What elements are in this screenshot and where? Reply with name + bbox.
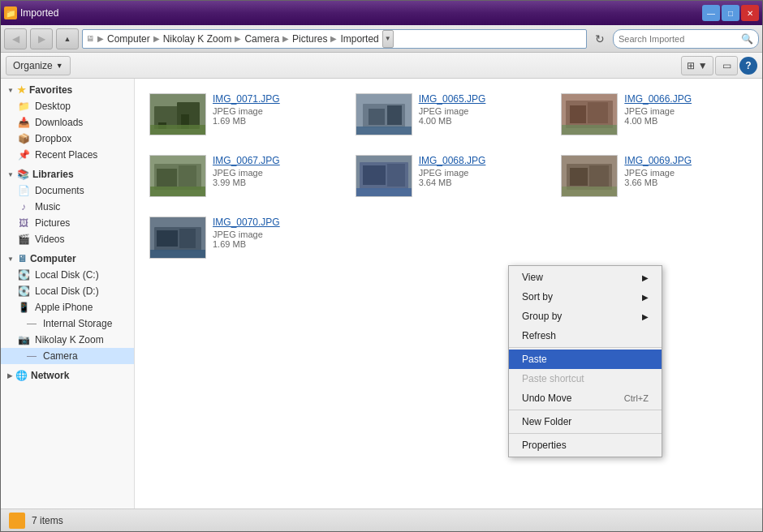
ctx-undo-move-shortcut: Ctrl+Z	[624, 393, 649, 403]
libraries-header[interactable]: ▼ 📚 Libraries	[1, 166, 134, 182]
organize-button[interactable]: Organize ▼	[6, 56, 71, 75]
thumb-img-6	[562, 156, 617, 196]
network-icon: 🌐	[15, 370, 28, 381]
file-name[interactable]: IMG_0066.JPG	[624, 93, 748, 105]
file-size: 3.99 MB	[213, 178, 336, 187]
list-item[interactable]: IMG_0067.JPG JPEG image 3.99 MB	[144, 150, 341, 202]
ctx-undo-move-label: Undo Move	[522, 393, 571, 404]
list-item[interactable]: IMG_0065.JPG JPEG image 4.00 MB	[351, 88, 547, 140]
list-item[interactable]: IMG_0070.JPG JPEG image 1.69 MB	[144, 212, 341, 264]
svg-rect-23	[363, 165, 386, 185]
dropbox-label: Dropbox	[35, 133, 71, 144]
sidebar-item-local-d[interactable]: 💽 Local Disk (D:)	[1, 283, 134, 299]
breadcrumb-imported: Imported	[340, 33, 378, 45]
sidebar-item-dropbox[interactable]: 📦 Dropbox	[1, 131, 134, 147]
desktop-icon: 📁	[17, 100, 30, 113]
file-name[interactable]: IMG_0071.JPG	[213, 93, 336, 105]
sidebar-item-apple-iphone[interactable]: 📱 Apple iPhone	[1, 299, 134, 315]
iphone-label: Apple iPhone	[35, 302, 93, 313]
list-item[interactable]: IMG_0071.JPG JPEG image 1.69 MB	[144, 88, 341, 140]
thumb-img-1	[150, 94, 205, 135]
svg-rect-18	[157, 169, 177, 187]
minimize-button[interactable]: —	[702, 5, 720, 21]
libraries-expand-icon: ▼	[7, 171, 14, 178]
ctx-refresh[interactable]: Refresh	[509, 326, 662, 345]
list-item[interactable]: IMG_0066.JPG JPEG image 4.00 MB	[556, 88, 752, 140]
ctx-view-label: View	[522, 272, 543, 283]
sidebar-item-local-c[interactable]: 💽 Local Disk (C:)	[1, 267, 134, 283]
sidebar-item-nikolay-zoom[interactable]: 📷 Nikolay K Zoom	[1, 332, 134, 348]
file-type: JPEG image	[213, 168, 336, 178]
file-info: IMG_0068.JPG JPEG image 3.64 MB	[419, 155, 542, 187]
file-name[interactable]: IMG_0070.JPG	[213, 217, 336, 228]
computer-header[interactable]: ▼ 🖥 Computer	[1, 251, 134, 267]
network-expand-icon: ▶	[7, 372, 12, 380]
file-name[interactable]: IMG_0065.JPG	[419, 93, 542, 105]
desktop-label: Desktop	[35, 101, 71, 112]
sidebar-item-recent-places[interactable]: 📌 Recent Places	[1, 147, 134, 163]
help-button[interactable]: ?	[739, 57, 757, 75]
ctx-sort-by[interactable]: Sort by ▶	[509, 287, 662, 307]
network-section: ▶ 🌐 Network	[1, 367, 134, 384]
address-box[interactable]: 🖥 ▶ Computer ▶ Nikolay K Zoom ▶ Camera ▶…	[82, 29, 587, 49]
close-button[interactable]: ✕	[741, 5, 759, 21]
file-size: 1.69 MB	[213, 116, 336, 126]
file-thumbnail	[149, 155, 206, 197]
breadcrumb-pictures: Pictures	[292, 33, 327, 45]
list-item[interactable]: IMG_0069.JPG JPEG image 3.66 MB	[556, 150, 752, 202]
svg-rect-5	[150, 125, 205, 135]
search-box: 🔍	[613, 29, 759, 49]
svg-rect-14	[588, 102, 608, 123]
list-item[interactable]: IMG_0068.JPG JPEG image 3.64 MB	[351, 150, 547, 202]
file-name[interactable]: IMG_0067.JPG	[213, 155, 336, 166]
file-area: IMG_0071.JPG JPEG image 1.69 MB	[135, 79, 762, 508]
ctx-group-by-arrow: ▶	[642, 312, 649, 321]
svg-rect-9	[387, 105, 402, 125]
search-input[interactable]	[619, 34, 738, 44]
thumb-img-4	[150, 156, 205, 196]
ctx-undo-move[interactable]: Undo Move Ctrl+Z	[509, 388, 662, 408]
sidebar-item-camera[interactable]: — Camera	[1, 348, 134, 364]
sidebar-item-videos[interactable]: 🎬 Videos	[1, 231, 134, 247]
sidebar-item-downloads[interactable]: 📥 Downloads	[1, 114, 134, 131]
maximize-button[interactable]: □	[722, 5, 739, 21]
change-view-button[interactable]: ⊞ ▼	[681, 56, 713, 75]
file-size: 4.00 MB	[419, 116, 542, 126]
main-area: ▼ ★ Favorites 📁 Desktop 📥 Downloads 📦 Dr…	[1, 79, 762, 508]
toolbar: Organize ▼ ⊞ ▼ ▭ ?	[1, 53, 762, 79]
videos-label: Videos	[35, 234, 64, 245]
ctx-sort-by-arrow: ▶	[642, 293, 649, 302]
sidebar-item-pictures[interactable]: 🖼 Pictures	[1, 215, 134, 231]
file-name[interactable]: IMG_0069.JPG	[624, 155, 748, 166]
forward-button[interactable]: ▶	[30, 28, 53, 49]
ctx-view-arrow: ▶	[642, 273, 649, 282]
sidebar-item-documents[interactable]: 📄 Documents	[1, 182, 134, 199]
status-folder-icon	[9, 513, 25, 529]
ctx-properties-label: Properties	[522, 440, 567, 451]
sidebar-item-desktop[interactable]: 📁 Desktop	[1, 98, 134, 114]
breadcrumb-sep-2: ▶	[235, 34, 241, 43]
network-header[interactable]: ▶ 🌐 Network	[1, 367, 134, 384]
sidebar-item-internal-storage[interactable]: — Internal Storage	[1, 315, 134, 332]
window-title: Imported	[20, 7, 58, 19]
title-bar-left: 📁 Imported	[4, 6, 58, 19]
ctx-properties[interactable]: Properties	[509, 435, 662, 455]
favorites-header[interactable]: ▼ ★ Favorites	[1, 82, 134, 98]
preview-pane-button[interactable]: ▭	[715, 56, 738, 75]
back-button[interactable]: ◀	[4, 28, 27, 49]
up-button[interactable]: ▲	[56, 28, 79, 49]
dropbox-icon: 📦	[17, 132, 30, 145]
address-dropdown-button[interactable]: ▼	[382, 30, 394, 48]
svg-rect-30	[562, 187, 617, 196]
ctx-new-folder[interactable]: New Folder	[509, 412, 662, 431]
sidebar-item-music[interactable]: ♪ Music	[1, 199, 134, 215]
ctx-paste[interactable]: Paste	[509, 350, 662, 369]
view-buttons: ⊞ ▼ ▭ ?	[681, 56, 757, 75]
status-count: 7 items	[32, 515, 63, 526]
ctx-group-by[interactable]: Group by ▶	[509, 307, 662, 326]
file-size: 3.66 MB	[624, 178, 748, 187]
refresh-button[interactable]: ↻	[590, 29, 610, 49]
breadcrumb-sep-0: ▶	[97, 34, 104, 43]
ctx-view[interactable]: View ▶	[509, 268, 662, 287]
file-name[interactable]: IMG_0068.JPG	[419, 155, 542, 166]
